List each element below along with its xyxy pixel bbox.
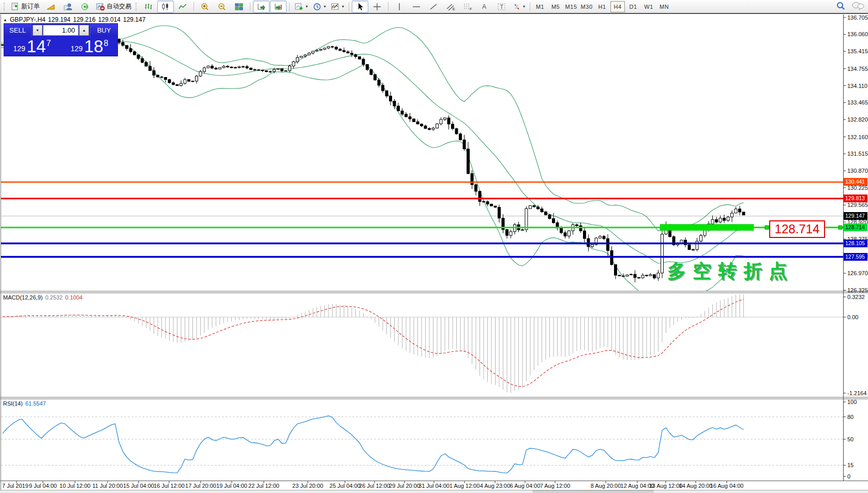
price-tick-label: 126.970 xyxy=(847,270,868,276)
axis-price-badge: 128.105 xyxy=(844,240,867,247)
price-tick-label: 134.110 xyxy=(847,83,867,89)
chart-annotation-text[interactable]: 多空转折点 xyxy=(667,259,794,284)
rsi-tick-label: 15 xyxy=(847,462,854,468)
date-tick-label[interactable]: 4 Aug 23:00 xyxy=(480,483,511,489)
macd-signal-value: 0.1004 xyxy=(65,294,83,301)
macd-label: MACD(12,26,9) xyxy=(3,294,42,301)
axis-price-badge: 130.441 xyxy=(844,178,867,186)
date-tick-label[interactable]: 11 Jul 20:00 xyxy=(92,483,123,489)
date-tick-label[interactable]: 7 Jul 2019 xyxy=(2,483,28,489)
ohlc-low: 129.014 xyxy=(98,16,121,23)
price-tick-label: 131.515 xyxy=(847,151,868,157)
price-tick-label: 132.160 xyxy=(847,134,868,140)
date-tick-label[interactable]: 6 Aug 04:00 xyxy=(510,483,541,489)
date-tick-label[interactable]: 25 Jul 04:00 xyxy=(330,483,361,489)
rsi-value: 61.5547 xyxy=(25,400,46,407)
rsi-tick-label: 50 xyxy=(847,436,854,442)
scrollbar-thumb[interactable] xyxy=(533,490,653,492)
date-tick-label[interactable]: 16 Aug 04:00 xyxy=(710,483,744,489)
date-tick-label[interactable]: 10 Jul 12:00 xyxy=(59,483,91,489)
axis-price-badge: 128.714 xyxy=(844,223,867,231)
volume-input[interactable]: 1.00 xyxy=(43,25,79,36)
date-tick-label[interactable]: 22 Jul 12:00 xyxy=(248,483,279,489)
sell-price-sup: 7 xyxy=(47,39,51,48)
price-callout-box[interactable]: 128.714 xyxy=(769,220,825,238)
volume-decrease-button[interactable]: ▼ xyxy=(33,25,42,36)
rsi-pane-label: RSI(14) 61.5547 xyxy=(3,400,46,407)
date-tick-label[interactable]: 8 Aug 20:00 xyxy=(591,483,621,489)
macd-tick-label: 0.3232 xyxy=(847,294,865,300)
rsi-label: RSI(14) xyxy=(3,400,23,407)
buy-price-prefix: 129 xyxy=(71,44,83,53)
price-tick-label: 132.820 xyxy=(847,116,868,123)
date-tick-label[interactable]: 23 Jul 20:00 xyxy=(292,483,323,489)
mt4-window: 新订单 自动交易 xyxy=(0,0,868,493)
price-tick-label: 135.415 xyxy=(847,48,868,54)
date-tick-label[interactable]: 29 Jul 20:00 xyxy=(389,483,420,489)
buy-price[interactable]: 129 18 8 xyxy=(62,37,117,56)
ohlc-open: 129.194 xyxy=(48,16,70,23)
date-tick-label[interactable]: 31 Jul 04:00 xyxy=(418,483,450,489)
macd-hist-value: 0.2532 xyxy=(45,294,63,301)
sell-price[interactable]: 129 14 7 xyxy=(4,37,60,56)
buy-price-big: 18 xyxy=(84,39,103,54)
symbol-header: ▲ GBPJPY-,H4 129.194 129.216 129.014 129… xyxy=(3,16,145,23)
symbol-name: GBPJPY-,H4 xyxy=(10,16,46,23)
collapse-triangle-icon[interactable]: ▲ xyxy=(3,18,7,22)
one-click-trade-panel: SELL ▼ 1.00 ▲ BUY 129 14 7 129 18 8 xyxy=(4,23,118,56)
chart-canvas[interactable]: 136.705136.060135.415134.755134.110133.4… xyxy=(0,0,868,493)
axis-price-badge: 129.813 xyxy=(844,195,867,202)
macd-tick-label: 0.00 xyxy=(847,314,858,320)
macd-pane-label: MACD(12,26,9) 0.2532 0.1004 xyxy=(3,294,83,301)
rsi-tick-label: 0 xyxy=(847,473,850,480)
date-tick-label[interactable]: 13 Aug 12:00 xyxy=(649,483,683,489)
price-tick-label: 130.870 xyxy=(847,168,868,174)
date-tick-label[interactable]: 15 Jul 04:00 xyxy=(123,483,154,489)
macd-tick-label: -1.2164 xyxy=(847,390,866,396)
date-tick-label[interactable]: 14 Aug 20:00 xyxy=(679,483,713,489)
sell-button[interactable]: SELL xyxy=(4,24,32,37)
price-tick-label: 133.465 xyxy=(847,99,868,106)
buy-price-sup: 8 xyxy=(104,39,109,48)
ohlc-close: 129.147 xyxy=(123,16,145,23)
sell-price-big: 14 xyxy=(27,39,46,54)
date-tick-label[interactable]: 1 Aug 12:00 xyxy=(450,483,480,489)
axis-price-badge: 129.147 xyxy=(844,212,867,220)
date-tick-label[interactable]: 9 Jul 04:00 xyxy=(29,483,57,489)
volume-increase-button[interactable]: ▲ xyxy=(79,25,89,36)
price-tick-label: 126.325 xyxy=(847,287,868,293)
date-tick-label[interactable]: 17 Jul 20:00 xyxy=(185,483,216,489)
date-tick-label[interactable]: 16 Jul 12:00 xyxy=(154,483,185,489)
date-tick-label[interactable]: 7 Aug 12:00 xyxy=(540,483,571,489)
price-tick-label: 134.755 xyxy=(847,66,868,72)
ohlc-high: 129.216 xyxy=(73,16,95,23)
price-tick-label: 129.565 xyxy=(847,202,868,208)
rsi-tick-label: 100 xyxy=(847,399,857,405)
rsi-tick-label: 80 xyxy=(847,414,854,420)
buy-button[interactable]: BUY xyxy=(90,24,117,37)
sell-price-prefix: 129 xyxy=(13,44,25,53)
date-tick-label[interactable]: 26 Jul 12:00 xyxy=(359,483,390,489)
axis-price-badge: 127.595 xyxy=(844,253,867,261)
horizontal-scrollbar[interactable] xyxy=(0,490,868,493)
price-tick-label: 136.060 xyxy=(847,31,868,37)
volume-control: ▼ 1.00 ▲ xyxy=(32,24,90,37)
price-tick-label: 136.705 xyxy=(847,14,868,21)
date-tick-label[interactable]: 19 Jul 04:00 xyxy=(216,483,247,489)
